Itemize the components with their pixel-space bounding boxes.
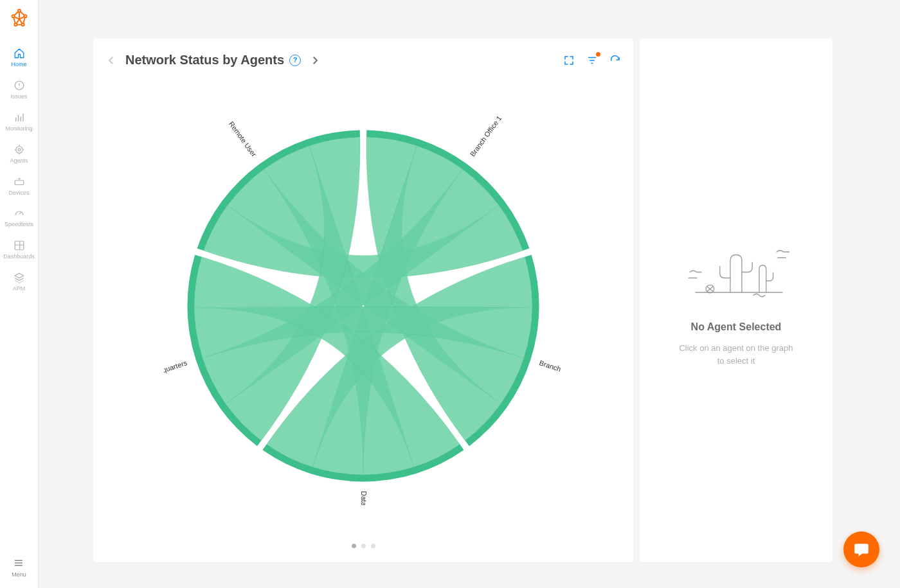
dot-3[interactable] [371, 544, 375, 548]
svg-point-7 [18, 148, 21, 151]
next-button[interactable] [309, 54, 321, 67]
filter-badge-icon [596, 52, 600, 57]
grid-icon [14, 240, 25, 251]
target-icon [14, 144, 25, 156]
sidebar-item-monitoring[interactable]: Monitoring [0, 105, 39, 138]
header-actions [562, 54, 622, 67]
card-header: Network Status by Agents ? [105, 53, 622, 67]
detail-card: No Agent Selected Click on an agent on t… [640, 39, 833, 562]
sidebar-item-dashboards[interactable]: Dashboards [0, 233, 39, 265]
svg-point-2 [17, 10, 20, 12]
sidebar-item-label: APM [13, 286, 26, 292]
empty-title: No Agent Selected [691, 321, 782, 333]
prev-button[interactable] [105, 54, 118, 67]
chord-label: Branch Office 1 [469, 114, 503, 157]
brand-logo [9, 8, 30, 28]
device-icon [14, 176, 25, 188]
sidebar-item-agents[interactable]: Agents [0, 138, 39, 170]
sidebar-item-label: Speedtests [4, 222, 33, 228]
svg-point-6 [15, 146, 22, 153]
chord-chart[interactable]: Remote UserBranch Office 1Branch Office … [105, 67, 622, 544]
filter-button[interactable] [586, 54, 598, 67]
svg-rect-8 [15, 180, 24, 184]
expand-button[interactable] [562, 54, 575, 67]
home-icon [14, 48, 25, 59]
chat-fab[interactable] [843, 531, 879, 567]
layers-icon [14, 272, 25, 283]
main-area: Network Status by Agents ? [39, 0, 900, 588]
sidebar-item-label: Home [11, 62, 26, 68]
svg-point-3 [21, 23, 24, 26]
sidebar-item-label: Monitoring [5, 126, 32, 132]
sidebar-item-label: Dashboards [3, 254, 35, 260]
refresh-button[interactable] [609, 54, 622, 67]
sidebar-item-devices[interactable]: Devices [0, 170, 39, 202]
page-title: Network Status by Agents ? [125, 53, 301, 67]
empty-state-illustration [678, 234, 794, 305]
alert-icon [14, 80, 25, 91]
empty-subtitle: Click on an agent on the graph to select… [678, 342, 794, 367]
dot-2[interactable] [361, 544, 366, 548]
dot-1[interactable] [352, 544, 356, 548]
sidebar-item-issues[interactable]: Issues [0, 73, 39, 105]
chord-label: Headquarters [164, 359, 188, 379]
chord-label: Data Center [360, 491, 368, 505]
svg-point-4 [14, 23, 17, 26]
sidebar-item-label: Devices [8, 190, 29, 197]
svg-point-0 [12, 15, 14, 17]
sidebar-item-speedtests[interactable]: Speedtests [0, 201, 39, 233]
sidebar-item-apm[interactable]: APM [0, 265, 39, 298]
chord-label: Remote User [228, 120, 258, 157]
menu-button[interactable]: Menu [12, 557, 26, 578]
sidebar: Home Issues Monitoring Agents Devices Sp… [0, 0, 39, 588]
menu-label: Menu [12, 571, 26, 578]
svg-rect-9 [15, 242, 24, 251]
svg-point-1 [24, 15, 26, 17]
help-icon[interactable]: ? [289, 55, 301, 66]
gauge-icon [14, 208, 25, 219]
chart-card: Network Status by Agents ? [93, 39, 633, 562]
pagination-dots [105, 544, 622, 551]
title-text: Network Status by Agents [125, 53, 284, 67]
chord-label: Branch Office 2 [539, 359, 562, 381]
sidebar-item-label: Agents [10, 158, 28, 165]
sidebar-item-label: Issues [10, 94, 27, 100]
sidebar-item-home[interactable]: Home [0, 41, 39, 73]
bars-icon [14, 112, 25, 123]
